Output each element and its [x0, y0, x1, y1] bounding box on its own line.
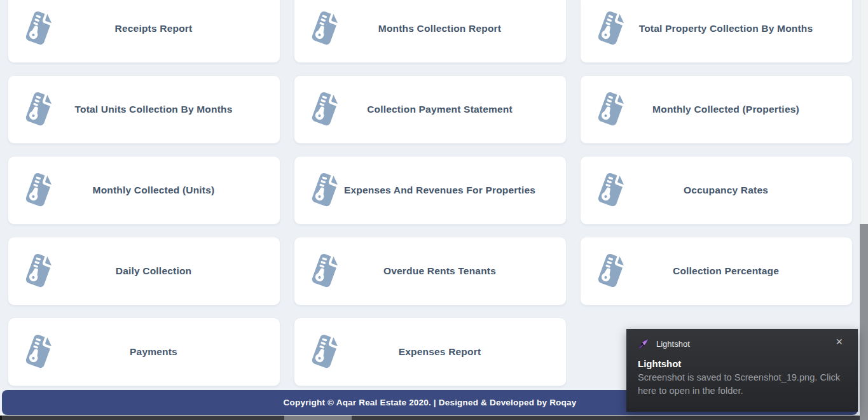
- toast-title: Lightshot: [638, 358, 681, 369]
- toast-body-text[interactable]: Screenshot is saved to Screenshot_19.png…: [638, 371, 844, 397]
- report-file-icon: [305, 330, 343, 370]
- report-card[interactable]: Receipts Report: [8, 0, 280, 63]
- report-card[interactable]: Monthly Collected (Properties): [580, 75, 853, 144]
- report-file-icon: [18, 87, 57, 128]
- report-file-icon: [18, 6, 57, 47]
- scrollbar-thumb[interactable]: [860, 224, 868, 420]
- report-card[interactable]: Overdue Rents Tenants: [294, 237, 567, 305]
- report-card[interactable]: Expenses And Revenues For Properties: [294, 156, 567, 225]
- report-file-icon: [305, 168, 343, 209]
- report-card[interactable]: Total Property Collection By Months: [580, 0, 853, 63]
- report-card[interactable]: Payments: [8, 318, 280, 386]
- taskbar-left-cap: [0, 416, 2, 420]
- toast-app-name: Lightshot: [656, 339, 690, 349]
- report-file-icon: [591, 168, 629, 209]
- report-file-icon: [591, 249, 629, 290]
- report-card[interactable]: Monthly Collected (Units): [8, 156, 280, 225]
- close-icon[interactable]: ×: [836, 336, 843, 347]
- footer-copyright-text: Copyright © Aqar Real Estate 2020. | Des…: [284, 398, 577, 407]
- report-file-icon: [18, 168, 57, 209]
- lightshot-feather-icon: [638, 338, 650, 350]
- report-card[interactable]: Occupancy Rates: [580, 156, 853, 225]
- report-card[interactable]: Collection Payment Statement: [294, 75, 567, 144]
- toast-header: Lightshot: [638, 337, 848, 350]
- report-file-icon: [305, 87, 343, 128]
- report-file-icon: [591, 87, 629, 128]
- report-file-icon: [305, 6, 343, 47]
- reports-grid: Receipts Report Months Collection Report: [8, 0, 853, 386]
- report-file-icon: [305, 249, 343, 290]
- report-card[interactable]: Total Units Collection By Months: [8, 75, 280, 144]
- report-file-icon: [18, 249, 57, 290]
- report-card[interactable]: Months Collection Report: [294, 0, 567, 63]
- lightshot-notification[interactable]: Lightshot × Lightshot Screenshot is save…: [626, 329, 858, 412]
- report-file-icon: [18, 330, 57, 370]
- report-card[interactable]: Collection Percentage: [580, 237, 853, 305]
- report-file-icon: [591, 6, 629, 47]
- taskbar-strip: [0, 416, 860, 420]
- report-card[interactable]: Daily Collection: [8, 237, 280, 305]
- report-card[interactable]: Expenses Report: [294, 318, 567, 386]
- taskbar-active-segment: [284, 416, 352, 420]
